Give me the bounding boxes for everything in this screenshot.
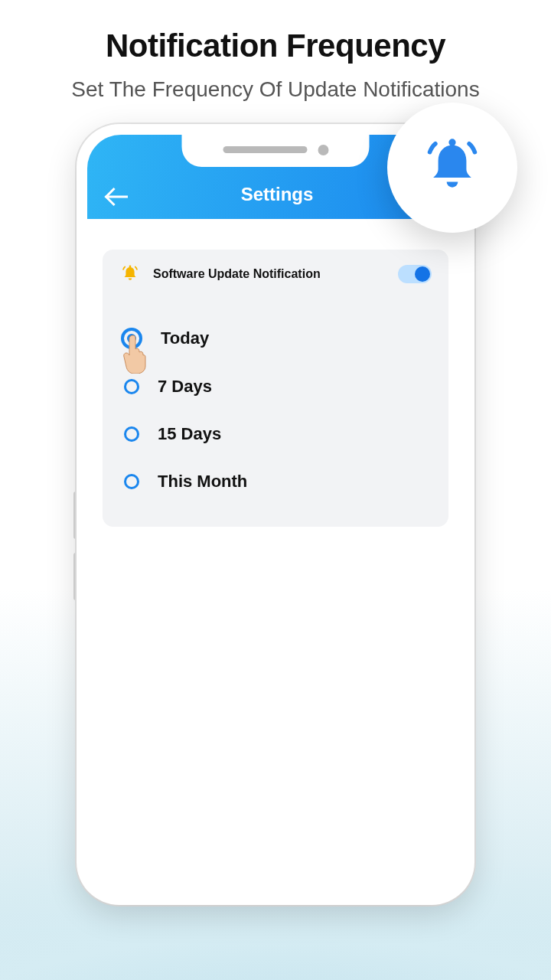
floating-bell-badge: [387, 103, 517, 233]
radio-icon: [124, 474, 139, 489]
option-this-month[interactable]: This Month: [119, 458, 432, 505]
bell-icon: [119, 263, 141, 285]
option-today[interactable]: Today: [119, 314, 432, 363]
toggle-label: Software Update Notification: [153, 267, 386, 281]
phone-frame: Settings Software Update Notification: [77, 124, 474, 905]
option-label: 15 Days: [158, 424, 221, 444]
radio-icon: [124, 379, 139, 394]
radio-selected-icon: [121, 328, 142, 349]
option-7-days[interactable]: 7 Days: [119, 363, 432, 410]
phone-screen: Settings Software Update Notification: [87, 135, 464, 894]
svg-point-0: [448, 139, 455, 145]
svg-point-1: [129, 265, 132, 267]
option-label: 7 Days: [158, 377, 212, 397]
notification-toggle-row: Software Update Notification: [119, 263, 432, 285]
notification-toggle[interactable]: [398, 265, 432, 283]
page-subtitle: Set The Frequency Of Update Notification…: [0, 75, 551, 104]
frequency-options: Today 7 Days 15 Days: [119, 314, 432, 505]
header-title: Settings: [130, 184, 424, 205]
option-label: This Month: [158, 472, 247, 492]
page-title: Notification Frequency: [0, 28, 551, 64]
phone-camera: [318, 145, 328, 155]
option-15-days[interactable]: 15 Days: [119, 410, 432, 458]
toggle-knob: [415, 266, 430, 282]
bell-icon: [417, 132, 487, 203]
option-label: Today: [161, 328, 209, 348]
back-button[interactable]: [106, 188, 130, 205]
back-arrow-icon: [106, 188, 130, 205]
phone-notch: [182, 135, 370, 167]
settings-card: Software Update Notification Today: [103, 250, 448, 527]
radio-icon: [124, 426, 139, 442]
phone-speaker: [223, 146, 307, 153]
